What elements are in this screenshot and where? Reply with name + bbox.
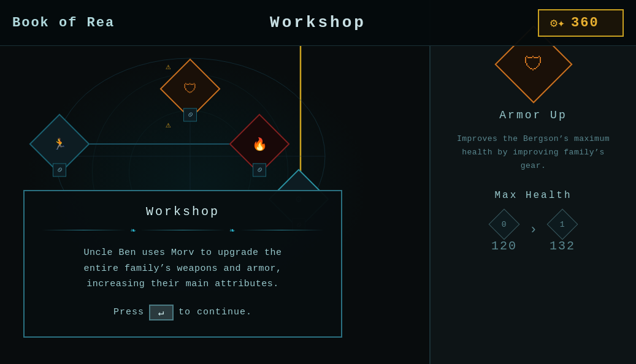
ability-icon: 🛡	[524, 52, 543, 77]
dialog-title: Workshop	[42, 205, 324, 219]
stat-label: Max Health	[494, 190, 572, 201]
fire-level-badge: 0	[253, 163, 266, 176]
dialog-body-line1: Uncle Ben uses Morv to upgrade the	[83, 248, 282, 258]
desc-line1: Improves the Bergson’s maximum	[457, 134, 610, 143]
stat-from-level-box: 0	[488, 209, 519, 240]
header: Book of Rea Workshop ⚙✦ 360	[0, 0, 636, 46]
continue-suffix: to continue.	[178, 307, 252, 317]
ability-name: Armor Up	[499, 109, 567, 121]
stat-from-value: 120	[491, 239, 517, 253]
desc-line2: health by improving family’s	[462, 148, 604, 157]
continue-prefix: Press	[113, 307, 144, 317]
continue-key-button[interactable]: ↵	[149, 305, 174, 320]
fire-level-value: 0	[255, 166, 263, 174]
stat-to-value: 132	[550, 239, 575, 253]
workshop-dialog: Workshop ❧ ❧ Uncle Ben uses Morv to upgr…	[23, 190, 342, 338]
dialog-body-line3: increasing their main attributes.	[86, 279, 279, 289]
stat-row: 0 120 › 1 132	[491, 213, 575, 253]
currency-icon: ⚙✦	[550, 15, 565, 31]
fire-icon: 🔥	[252, 137, 267, 152]
ornament-right: ❧	[230, 225, 235, 235]
currency-box: ⚙✦ 360	[538, 9, 624, 37]
header-title-center: Workshop	[270, 13, 366, 32]
dialog-body-line2: entire family’s weapons and armor,	[83, 264, 282, 274]
armor-icon: 🛡	[183, 81, 197, 97]
runner-icon: 🏃	[53, 137, 66, 151]
armor-level-badge: 0	[183, 108, 197, 121]
ability-description: Improves the Bergson’s maximum health by…	[457, 132, 610, 173]
currency-amount: 360	[571, 15, 599, 31]
divider-line-left	[42, 230, 126, 230]
ornament-left: ❧	[131, 225, 136, 235]
dialog-body: Uncle Ben uses Morv to upgrade the entir…	[42, 245, 324, 292]
stat-to-level-box: 1	[547, 209, 578, 240]
skill-node-runner-inner: 🏃	[53, 137, 66, 151]
warning-icon-1: ⚠	[166, 61, 170, 72]
skill-node-fire-inner: 🔥	[252, 137, 267, 152]
armor-level-value: 0	[186, 111, 194, 119]
stat-from: 0 120	[491, 213, 517, 253]
ability-icon-glyph: 🛡	[524, 54, 543, 77]
desc-line3: gear.	[521, 161, 546, 170]
header-title-left: Book of Rea	[12, 15, 115, 31]
game-screen: ⚠ ⚠ 🛡 0 🏃 0 🔥 0	[0, 0, 636, 364]
stat-to: 1 132	[550, 213, 575, 253]
runner-level-value: 0	[55, 166, 63, 174]
skill-node-armor-inner: 🛡	[183, 81, 197, 97]
divider-line-end	[240, 230, 324, 230]
stat-to-level: 1	[560, 220, 565, 229]
stat-arrow: ›	[529, 222, 537, 238]
stat-from-level: 0	[502, 220, 507, 229]
runner-level-badge: 0	[53, 163, 66, 176]
right-panel: 🛡 Armor Up Improves the Bergson’s maximu…	[429, 0, 636, 364]
dialog-divider: ❧ ❧	[42, 225, 324, 235]
dialog-continue: Press ↵ to continue.	[42, 305, 324, 320]
divider-line-right	[140, 230, 224, 230]
warning-icon-2: ⚠	[166, 119, 170, 130]
